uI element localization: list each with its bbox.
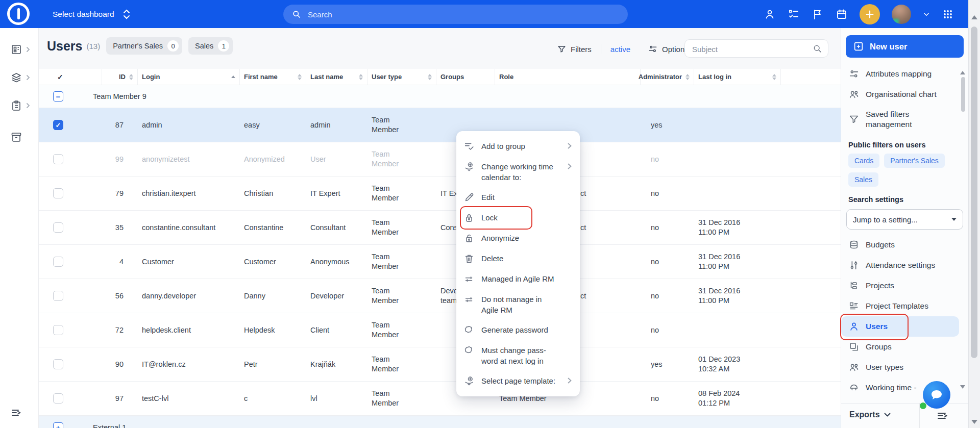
user-icon[interactable] bbox=[764, 8, 776, 20]
menu-item-change-working-time-calendar[interactable]: Change working time calendar to: bbox=[456, 157, 580, 187]
table-row[interactable]: 4 Customer Customer Anonymous Team Membe… bbox=[39, 245, 841, 279]
table-row[interactable]: 72 helpdesk.client Helpdesk Client Team … bbox=[39, 313, 841, 347]
row-checkbox[interactable] bbox=[53, 291, 63, 301]
menu-item-must-change-password[interactable]: Must change pass- word at next log in bbox=[456, 340, 580, 371]
exports-button[interactable]: Exports bbox=[849, 410, 891, 419]
global-search-input[interactable] bbox=[307, 10, 620, 19]
app-logo[interactable] bbox=[7, 3, 30, 25]
scroll-up-icon[interactable] bbox=[971, 15, 977, 19]
table-row[interactable]: 99 anonymizetest Anonymized User Team Me… bbox=[39, 142, 841, 177]
panel-scroll-up-icon[interactable] bbox=[960, 71, 965, 74]
group-expand-checkbox[interactable]: + bbox=[53, 422, 63, 428]
options-sliders-icon bbox=[648, 44, 658, 54]
filters-button[interactable]: Filters bbox=[557, 44, 592, 54]
row-checkbox[interactable] bbox=[53, 359, 63, 369]
table-row[interactable]: 35 constantine.consultant Constantine Co… bbox=[39, 211, 841, 245]
search-icon[interactable] bbox=[812, 43, 823, 54]
cell-id: 99 bbox=[102, 155, 138, 164]
table-row[interactable]: 56 danny.developer Danny Developer Team … bbox=[39, 279, 841, 313]
panel-item-groups[interactable]: Groups bbox=[841, 337, 968, 357]
options-button[interactable]: Options bbox=[648, 44, 689, 54]
menu-item-managed-in-agile-rm[interactable]: Managed in Agile RM bbox=[456, 269, 580, 289]
collapse-panel-button[interactable] bbox=[936, 409, 950, 422]
row-checkbox[interactable]: ✓ bbox=[53, 120, 63, 130]
column-header-last-name[interactable]: Last name bbox=[306, 69, 368, 85]
menu-item-delete[interactable]: Delete bbox=[456, 248, 580, 269]
global-search[interactable] bbox=[283, 5, 628, 24]
rail-item-modules[interactable] bbox=[10, 71, 31, 84]
column-header-select-all[interactable]: ✓ bbox=[39, 69, 102, 85]
row-checkbox[interactable] bbox=[53, 393, 63, 404]
apps-grid-icon[interactable] bbox=[942, 8, 954, 20]
filter-tag-sales[interactable]: Sales 1 bbox=[188, 37, 233, 55]
menu-item-select-page-template[interactable]: Select page template: bbox=[456, 371, 580, 391]
table-row[interactable]: 90 IT@roklen.cz Petr Krajňák Team Member… bbox=[39, 347, 841, 382]
avatar[interactable] bbox=[892, 5, 911, 24]
attendance-sliders-icon bbox=[848, 260, 860, 271]
scrollbar-thumb[interactable] bbox=[971, 27, 977, 358]
rail-item-dashboards[interactable] bbox=[10, 43, 31, 56]
menu-item-do-not-manage-in-agile-rm[interactable]: Do not manage in Agile RM bbox=[456, 289, 580, 320]
column-header-administrator[interactable]: Administrator bbox=[641, 69, 694, 85]
group-row-team-member[interactable]: − Team Member 9 bbox=[39, 85, 841, 108]
column-header-user-type[interactable]: User type bbox=[368, 69, 436, 85]
menu-item-add-to-group[interactable]: Add to group bbox=[456, 136, 580, 157]
panel-item-organisational-chart[interactable]: Organisational chart bbox=[841, 84, 968, 105]
menu-item-lock[interactable]: Lock bbox=[456, 208, 580, 228]
jump-to-setting-select[interactable]: Jump to a setting... bbox=[846, 209, 963, 230]
filter-tag-partners-sales[interactable]: Partner's Sales 0 bbox=[106, 37, 182, 55]
new-user-button[interactable]: New user bbox=[846, 35, 964, 58]
group-row-external[interactable]: + External 1 bbox=[39, 416, 841, 428]
table-row[interactable]: ✓ 87 admin easy admin Team Member yes bbox=[39, 108, 841, 142]
chevron-down-icon[interactable] bbox=[923, 11, 930, 18]
panel-item-attendance-settings[interactable]: Attendance settings bbox=[841, 255, 968, 275]
chat-widget-button[interactable] bbox=[923, 381, 950, 409]
column-header-id[interactable]: ID bbox=[102, 69, 138, 85]
public-filter-pill[interactable]: Sales bbox=[848, 172, 878, 187]
dashboard-switch-icon[interactable] bbox=[122, 9, 131, 19]
sort-icon bbox=[428, 74, 432, 80]
panel-scroll-down-icon[interactable] bbox=[960, 385, 965, 389]
menu-item-generate-password[interactable]: Generate password bbox=[456, 320, 580, 340]
column-header-first-name[interactable]: First name bbox=[240, 69, 306, 85]
column-header-groups[interactable]: Groups bbox=[436, 69, 495, 85]
column-header-role[interactable]: Role bbox=[495, 69, 641, 85]
tasks-icon[interactable] bbox=[788, 8, 800, 20]
rail-expand-button[interactable] bbox=[10, 407, 23, 419]
rail-item-tasks[interactable] bbox=[10, 99, 31, 112]
panel-scrollbar-thumb[interactable] bbox=[961, 77, 965, 112]
menu-item-anonymize[interactable]: Anonymize bbox=[456, 228, 580, 248]
calendar-icon[interactable] bbox=[836, 8, 848, 20]
row-checkbox[interactable] bbox=[53, 325, 63, 335]
window-scrollbar[interactable] bbox=[968, 0, 980, 428]
panel-item-budgets[interactable]: Budgets bbox=[841, 235, 968, 255]
column-header-last-log-in[interactable]: Last log in bbox=[694, 69, 781, 85]
subject-input[interactable] bbox=[691, 40, 811, 58]
row-checkbox[interactable] bbox=[53, 257, 63, 267]
panel-item-user-types[interactable]: User types bbox=[841, 357, 968, 377]
panel-item-users[interactable]: Users bbox=[841, 316, 959, 337]
column-header-login[interactable]: Login bbox=[138, 69, 240, 85]
table-row[interactable]: 79 christian.itexpert Christian IT Exper… bbox=[39, 177, 841, 211]
public-filter-pill[interactable]: Cards bbox=[848, 154, 879, 168]
row-checkbox[interactable] bbox=[53, 222, 63, 233]
active-filter-link[interactable]: active bbox=[610, 45, 630, 54]
subject-search-box[interactable] bbox=[684, 39, 828, 58]
public-filter-pill[interactable]: Partner's Sales bbox=[884, 154, 945, 168]
row-checkbox[interactable] bbox=[53, 188, 63, 198]
menu-item-edit[interactable]: Edit bbox=[456, 187, 580, 208]
panel-item-project-templates[interactable]: Project Templates bbox=[841, 296, 968, 316]
panel-item-projects[interactable]: Projects bbox=[841, 275, 968, 296]
group-collapse-checkbox[interactable]: − bbox=[53, 91, 63, 102]
table-row[interactable]: 97 testC-lvl c lvl Team Member Team Memb… bbox=[39, 382, 841, 416]
panel-item-saved-filters-management[interactable]: Saved filters management bbox=[841, 105, 968, 134]
scroll-down-icon[interactable] bbox=[971, 420, 977, 424]
select-dashboard-button[interactable]: Select dashboard bbox=[53, 10, 114, 19]
cell-login: Customer bbox=[138, 257, 240, 267]
flag-icon[interactable] bbox=[812, 8, 824, 20]
panel-item-attributes-mapping[interactable]: Attributes mapping bbox=[841, 64, 968, 84]
users-table: ✓ ID Login First name Last name User typ… bbox=[39, 69, 841, 428]
rail-item-archive[interactable] bbox=[10, 131, 22, 143]
row-checkbox[interactable] bbox=[53, 154, 63, 164]
create-new-button[interactable] bbox=[860, 4, 880, 24]
